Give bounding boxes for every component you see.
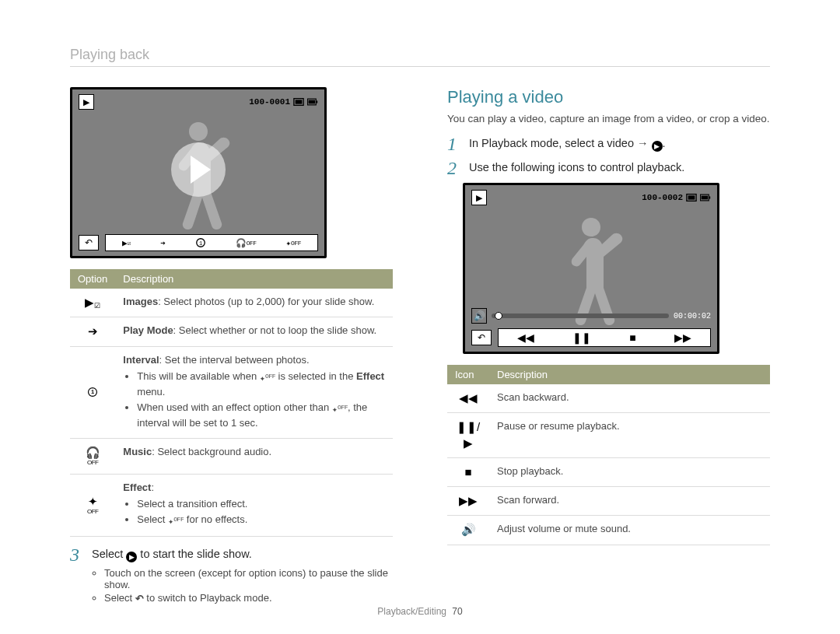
back-button-icon: ↶ <box>79 235 99 250</box>
step3-sub1: Touch on the screen (except for option i… <box>104 567 393 590</box>
th-description: Description <box>115 269 393 289</box>
progress-track <box>492 313 669 318</box>
music-option-icon: 🎧OFF <box>236 238 257 248</box>
images-icon-cell: ▶☑ <box>70 289 115 317</box>
volume-icon: 🔊 <box>471 308 487 324</box>
svg-rect-4 <box>309 100 316 104</box>
effect-off-icon: ✦OFF <box>168 516 184 528</box>
page-footer: Playback/Editing 70 <box>0 606 840 617</box>
status-icons: 100-0002 <box>642 192 711 203</box>
svg-text:1: 1 <box>91 389 94 395</box>
stop-desc: Stop playback. <box>489 457 770 486</box>
header-rule <box>70 66 770 67</box>
forward-desc: Scan forward. <box>489 487 770 516</box>
rewind-icon: ◀◀ <box>447 384 489 413</box>
svg-rect-10 <box>688 196 695 200</box>
memory-icon <box>293 96 304 107</box>
battery-icon <box>307 96 318 107</box>
effect-off-icon: ✦OFF <box>332 404 348 416</box>
left-steps: Select ▶ to start the slide show. Touch … <box>70 548 393 604</box>
forward-icon: ▶▶ <box>674 331 691 344</box>
playback-controls: ◀◀ ❚❚ ■ ▶▶ <box>498 328 711 347</box>
th-icon: Icon <box>447 365 489 384</box>
left-column: ▶ 100-0001 ↶ ▶☑ ➔ 1 <box>70 87 393 614</box>
video-intro: You can play a video, capture an image f… <box>447 112 770 126</box>
video-playback-screen: ▶ 100-0002 🔊 00:00:02 <box>463 183 719 354</box>
playmode-desc: Play Mode: Select whether or not to loop… <box>115 317 393 346</box>
music-desc: Music: Select background audio. <box>115 438 393 474</box>
playback-mode-icon: ▶ <box>471 190 487 205</box>
images-desc: Images: Select photos (up to 2,000) for … <box>115 289 393 317</box>
svg-rect-1 <box>296 100 303 103</box>
status-icons: 100-0001 <box>249 96 318 107</box>
pause-play-desc: Pause or resume playback. <box>489 413 770 458</box>
rewind-icon: ◀◀ <box>517 331 534 344</box>
volume-desc: Adjust volume or mute sound. <box>489 516 770 545</box>
play-overlay-icon <box>171 142 226 197</box>
slideshow-screen: ▶ 100-0001 ↶ ▶☑ ➔ 1 <box>70 87 327 258</box>
right-column: Playing a video You can play a video, ca… <box>447 87 770 614</box>
images-option-icon: ▶☑ <box>122 238 131 248</box>
step2-text: Use the following icons to control playb… <box>469 161 770 173</box>
svg-text:1: 1 <box>199 240 202 247</box>
effect-icon-cell: ✦OFF <box>70 474 115 536</box>
interval-desc: Interval: Set the interval between photo… <box>115 346 393 438</box>
playmode-option-icon: ➔ <box>160 238 166 248</box>
pause-play-icon: ❚❚/▶ <box>447 413 489 458</box>
battery-icon <box>700 192 711 203</box>
play-circle-icon: ▶ <box>652 141 663 152</box>
stop-icon: ■ <box>629 331 635 344</box>
effect-desc: Effect: Select a transition effect. Sele… <box>115 474 393 536</box>
svg-rect-12 <box>709 197 711 199</box>
pause-icon: ❚❚ <box>572 331 591 344</box>
svg-rect-13 <box>702 196 709 200</box>
step1-text: In Playback mode, select a video → ▶. <box>469 137 770 152</box>
progress-thumb <box>495 312 502 320</box>
effect-option-icon: ✦OFF <box>285 238 301 248</box>
interval-option-icon: 1 <box>195 237 206 248</box>
volume-icon: 🔊 <box>447 516 489 545</box>
music-icon-cell: 🎧OFF <box>70 438 115 474</box>
th-description: Description <box>489 365 770 384</box>
right-steps: In Playback mode, select a video → ▶. Us… <box>447 137 770 173</box>
forward-icon: ▶▶ <box>447 487 489 516</box>
memory-icon <box>686 192 697 203</box>
rewind-desc: Scan backward. <box>489 384 770 413</box>
effect-off-icon: ✦OFF <box>260 373 275 385</box>
slideshow-option-bar: ▶☑ ➔ 1 🎧OFF ✦OFF <box>105 234 318 251</box>
slideshow-options-table: Option Description ▶☑ Images: Select pho… <box>70 269 393 537</box>
progress-bar-row: 🔊 00:00:02 <box>471 308 711 324</box>
playback-controls-table: Icon Description ◀◀ Scan backward. ❚❚/▶ … <box>447 365 770 545</box>
stop-icon: ■ <box>447 457 489 486</box>
page-header: Playing back <box>70 47 770 63</box>
playback-time: 00:00:02 <box>674 312 711 321</box>
playmode-icon-cell: ➔ <box>70 317 115 346</box>
section-title: Playing a video <box>447 87 770 107</box>
step3-main: Select ▶ to start the slide show. <box>92 548 393 562</box>
screen-counter: 100-0001 <box>249 97 290 107</box>
back-button-icon: ↶ <box>471 330 492 345</box>
th-option: Option <box>70 269 115 289</box>
screen-counter: 100-0002 <box>642 193 683 202</box>
playback-mode-icon: ▶ <box>79 94 94 110</box>
interval-icon-cell: 1 <box>70 346 115 438</box>
back-arrow-icon: ↶ <box>135 593 144 604</box>
play-circle-icon: ▶ <box>126 552 137 562</box>
svg-rect-3 <box>317 100 318 103</box>
step3-sub2: Select ↶ to switch to Playback mode. <box>104 592 393 604</box>
